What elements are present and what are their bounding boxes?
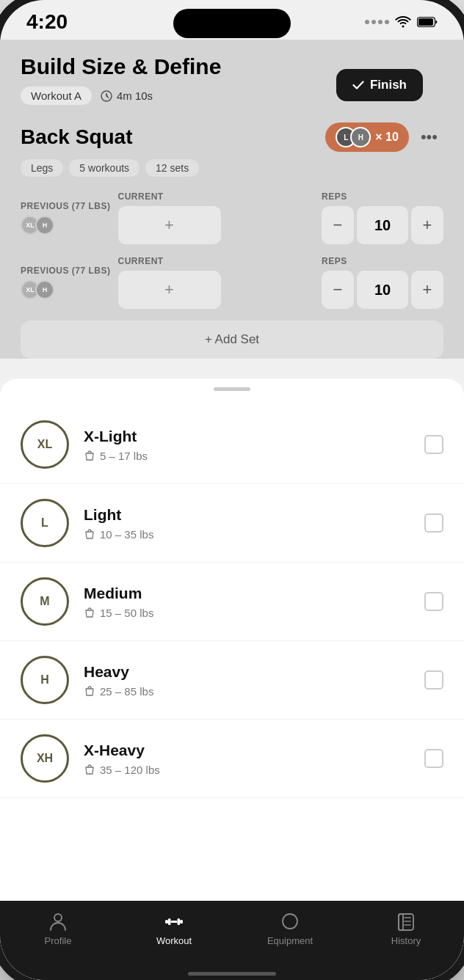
weight-badge: L H × 10 [325,122,409,152]
svg-rect-6 [168,918,171,925]
checkbox-l[interactable] [424,513,443,533]
weight-info-xl: X-Light 5 – 17 lbs [84,428,410,462]
weight-range-xl: 5 – 17 lbs [84,450,410,462]
battery-icon [417,17,438,27]
person-icon [48,911,68,932]
nav-item-equipment[interactable]: Equipment [232,911,348,946]
tag-workouts: 5 workouts [69,159,139,177]
nav-item-profile[interactable]: Profile [0,911,116,946]
nav-label-workout: Workout [156,935,192,946]
bag-icon-xh [84,764,95,775]
svg-rect-5 [180,920,183,924]
tag-legs: Legs [21,159,63,177]
weight-info-h: Heavy 25 – 85 lbs [84,663,410,698]
weight-circle-h-2: H [35,280,54,299]
check-icon [352,81,364,89]
phone-container: 4:20 Build Size & Define [0,0,464,980]
weight-info-m: Medium 15 – 50 lbs [84,585,410,619]
checkbox-m[interactable] [424,592,443,611]
weight-name-m: Medium [84,585,410,602]
nav-label-profile: Profile [45,935,72,946]
checkbox-xl[interactable] [424,435,443,454]
previous-label-2: PREVIOUS (77 lbs) [21,266,111,276]
finish-button[interactable]: Finish [336,69,423,101]
clock-icon [101,90,112,102]
weight-option-xlight[interactable]: XL X-Light 5 – 17 lbs [0,406,464,484]
reps-label-2: REPS [322,256,443,266]
weight-icon-l: L [21,499,69,547]
dumbbell-icon [164,911,184,932]
equipment-icon [280,911,300,932]
current-add-btn-2[interactable]: + [118,271,221,309]
weight-name-xl: X-Light [84,428,410,445]
checkbox-h[interactable] [424,670,443,690]
add-set-button[interactable]: + Add Set [21,321,443,359]
weight-option-light[interactable]: L Light 10 – 35 lbs [0,484,464,563]
weight-range-h: 25 – 85 lbs [84,685,410,698]
previous-label-1: PREVIOUS (77 lbs) [21,201,111,211]
svg-rect-4 [165,920,168,924]
weight-option-medium[interactable]: M Medium 15 – 50 lbs [0,563,464,641]
reps-value-2[interactable] [357,271,408,309]
signal-dots [365,20,389,24]
weight-icon-h: H [21,656,69,704]
status-bar: 4:20 [0,0,464,40]
wifi-icon [395,16,411,28]
nav-label-equipment: Equipment [267,935,313,946]
weight-option-xheavy[interactable]: XH X-Heavy 35 – 120 lbs [0,720,464,798]
time-badge: 4m 10s [101,89,153,102]
weight-option-heavy[interactable]: H Heavy 25 – 85 lbs [0,641,464,720]
weight-range-m: 15 – 50 lbs [84,607,410,619]
reps-label-1: REPS [322,191,443,202]
nav-item-history[interactable]: History [348,911,464,946]
weight-name-l: Light [84,506,410,524]
set-row-2: PREVIOUS (77 lbs) XL H CURRENT + REPS − [21,256,443,309]
weight-circles: L H [336,127,371,147]
exercise-name: Back Squat [21,125,133,149]
bottom-nav: Profile Workout Equipment [0,901,464,980]
weight-info-xh: X-Heavy 35 – 120 lbs [84,742,410,776]
nav-label-history: History [391,935,421,946]
tag-sets: 12 sets [145,159,199,177]
exercise-header: Back Squat L H × 10 ••• [21,122,443,152]
bottom-sheet: XL X-Light 5 – 17 lbs L Light [0,379,464,980]
main-content: Build Size & Define Finish Workout A 4m … [0,40,464,359]
reps-value-1[interactable] [357,206,408,244]
current-label-2: CURRENT [118,256,314,266]
current-label-1: CURRENT [118,191,314,202]
weight-name-xh: X-Heavy [84,742,410,759]
bag-icon-l [84,528,95,540]
reps-plus-btn-2[interactable]: + [411,271,443,309]
reps-plus-btn-1[interactable]: + [411,206,443,244]
weight-name-h: Heavy [84,663,410,681]
weight-icon-xh: XH [21,734,69,783]
reps-control-2: − + [322,271,443,309]
svg-rect-10 [399,914,413,930]
svg-point-3 [54,914,62,921]
svg-point-9 [283,914,297,929]
reps-minus-btn-2[interactable]: − [322,271,354,309]
multiplier: × 10 [375,131,399,144]
add-set-label: + Add Set [205,332,259,347]
current-add-btn-1[interactable]: + [118,206,221,244]
exercise-tags: Legs 5 workouts 12 sets [21,159,443,177]
more-button[interactable]: ••• [415,125,443,150]
status-icons [365,16,438,28]
reps-minus-btn-1[interactable]: − [322,206,354,244]
sheet-handle [214,387,250,391]
weight-info-l: Light 10 – 35 lbs [84,506,410,541]
history-icon [396,911,416,932]
weight-icon-xl: XL [21,420,69,469]
weight-range-l: 10 – 35 lbs [84,528,410,541]
weight-circle-h-1: H [35,216,54,235]
bag-icon-m [84,607,95,618]
dynamic-island [173,9,291,38]
nav-item-workout[interactable]: Workout [116,911,232,946]
weight-range-xh: 35 – 120 lbs [84,764,410,776]
svg-rect-8 [171,921,178,923]
reps-control-1: − + [322,206,443,244]
workout-a-badge: Workout A [21,87,92,105]
checkbox-xh[interactable] [424,749,443,768]
set-row-1: PREVIOUS (77 lbs) XL H CURRENT + REPS − [21,191,443,244]
home-indicator [188,972,276,976]
